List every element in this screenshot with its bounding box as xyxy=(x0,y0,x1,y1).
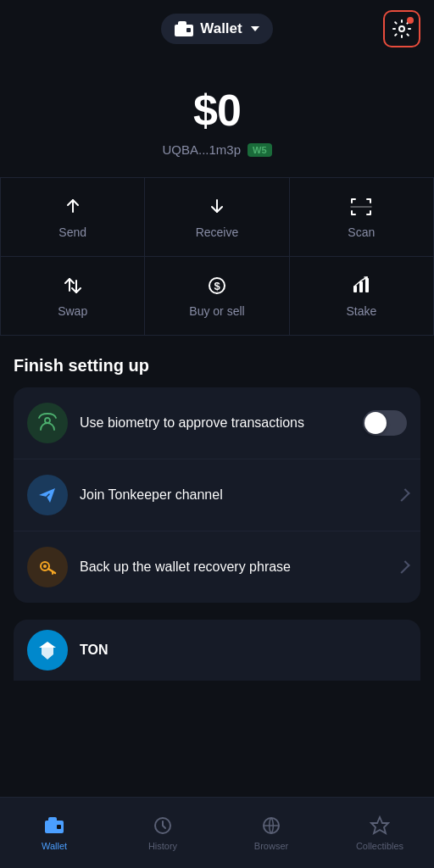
setup-section: Finish setting up Use biometry to approv… xyxy=(0,339,434,613)
receive-icon xyxy=(205,195,229,219)
swap-icon xyxy=(61,274,85,298)
swap-label: Swap xyxy=(58,304,87,318)
wallet-selector[interactable]: Wallet xyxy=(161,14,272,44)
nav-history[interactable]: History xyxy=(129,808,197,851)
buy-sell-button[interactable]: $ Buy or sell xyxy=(145,257,289,336)
svg-point-18 xyxy=(43,565,47,568)
nav-browser[interactable]: Browser xyxy=(237,808,305,851)
telegram-item[interactable]: Join Tonkeeper channel xyxy=(14,459,420,531)
backup-chevron-icon xyxy=(397,560,410,574)
collectibles-nav-label: Collectibles xyxy=(356,841,403,851)
svg-rect-20 xyxy=(48,817,57,822)
receive-label: Receive xyxy=(196,225,239,239)
biometry-toggle[interactable] xyxy=(363,410,407,436)
ton-icon xyxy=(27,630,68,670)
toggle-knob xyxy=(364,412,387,434)
stake-icon xyxy=(349,274,373,298)
backup-label: Back up the wallet recovery phrase xyxy=(80,559,388,576)
history-nav-icon xyxy=(152,815,174,837)
buy-sell-icon: $ xyxy=(205,274,229,298)
chevron-down-icon xyxy=(251,26,259,31)
settings-button[interactable] xyxy=(383,10,420,47)
bottom-nav: Wallet History Browser xyxy=(0,797,434,868)
setup-title: Finish setting up xyxy=(14,356,420,376)
svg-text:$: $ xyxy=(214,280,220,292)
balance-amount: $0 xyxy=(193,85,241,136)
svg-marker-25 xyxy=(371,817,388,833)
browser-nav-label: Browser xyxy=(254,841,288,851)
backup-item[interactable]: Back up the wallet recovery phrase xyxy=(14,531,420,603)
action-grid: Send Receive Scan xyxy=(0,177,434,336)
collectibles-nav-icon xyxy=(369,815,391,837)
telegram-label: Join Tonkeeper channel xyxy=(80,487,388,504)
ton-asset-card[interactable]: TON xyxy=(14,620,420,681)
svg-rect-2 xyxy=(186,28,191,32)
scan-icon xyxy=(349,195,373,219)
stake-button[interactable]: Stake xyxy=(290,257,434,336)
settings-notification-dot xyxy=(407,17,414,24)
wallet-selector-label: Wallet xyxy=(200,20,242,37)
wallet-selector-icon xyxy=(175,21,193,36)
ws-badge: W5 xyxy=(248,143,272,157)
svg-point-3 xyxy=(399,26,404,31)
browser-nav-icon xyxy=(260,815,282,837)
wallet-nav-icon xyxy=(43,815,65,837)
biometry-item[interactable]: Use biometry to approve transactions xyxy=(14,387,420,459)
wallet-nav-label: Wallet xyxy=(42,841,67,851)
svg-rect-21 xyxy=(57,825,61,829)
telegram-icon xyxy=(27,475,68,515)
scan-label: Scan xyxy=(348,225,375,239)
telegram-chevron-icon xyxy=(397,488,410,502)
wallet-address-row: UQBA...1m3p W5 xyxy=(162,142,271,157)
receive-button[interactable]: Receive xyxy=(145,178,289,257)
biometry-icon xyxy=(27,403,68,443)
swap-button[interactable]: Swap xyxy=(1,257,145,336)
biometry-label: Use biometry to approve transactions xyxy=(80,415,351,432)
send-button[interactable]: Send xyxy=(1,178,145,257)
nav-collectibles[interactable]: Collectibles xyxy=(346,808,414,851)
balance-section: $0 UQBA...1m3p W5 xyxy=(0,58,434,177)
setup-card: Use biometry to approve transactions Joi… xyxy=(14,387,420,603)
key-icon xyxy=(27,547,68,587)
buy-sell-label: Buy or sell xyxy=(189,304,244,318)
svg-rect-12 xyxy=(359,281,363,292)
ton-label: TON xyxy=(80,643,407,658)
svg-rect-11 xyxy=(353,286,357,292)
history-nav-label: History xyxy=(148,841,177,851)
header: Wallet xyxy=(0,0,434,58)
svg-rect-1 xyxy=(178,21,186,26)
nav-wallet[interactable]: Wallet xyxy=(20,808,88,851)
stake-label: Stake xyxy=(346,304,376,318)
scan-button[interactable]: Scan xyxy=(290,178,434,257)
send-label: Send xyxy=(58,225,86,239)
wallet-address-text: UQBA...1m3p xyxy=(162,142,241,157)
send-icon xyxy=(61,195,85,219)
